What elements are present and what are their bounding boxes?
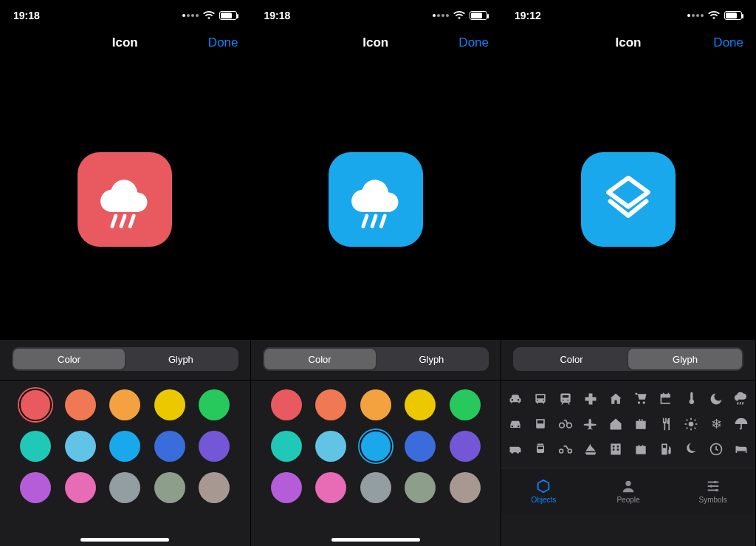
glyph-grid: ❄ (501, 381, 755, 468)
color-orange[interactable] (65, 389, 96, 420)
glyph-bus[interactable] (529, 388, 551, 410)
cloud-rain-icon (347, 171, 405, 228)
color-slate[interactable] (109, 472, 140, 503)
glyph-bed[interactable] (730, 438, 752, 460)
wifi-icon (453, 10, 465, 21)
color-green[interactable] (450, 389, 481, 420)
segment-glyph[interactable]: Glyph (125, 349, 236, 369)
color-taupe[interactable] (450, 472, 481, 503)
glyph-snowflake[interactable]: ❄ (705, 413, 727, 435)
glyph-weather[interactable] (730, 388, 752, 410)
color-pink[interactable] (315, 472, 346, 503)
segment-glyph[interactable]: Glyph (376, 349, 487, 369)
glyph-car[interactable] (504, 388, 526, 410)
glyph-motorcycle[interactable] (554, 438, 577, 460)
color-purple[interactable] (450, 431, 481, 462)
app-icon-preview (581, 152, 676, 247)
svg-line-11 (687, 420, 688, 421)
done-button[interactable]: Done (458, 35, 489, 50)
svg-point-17 (714, 481, 717, 484)
app-icon-preview (329, 152, 423, 247)
glyph-building[interactable] (605, 438, 627, 460)
segment-color[interactable]: Color (515, 349, 628, 369)
color-blue[interactable] (360, 431, 391, 462)
cube-icon (535, 478, 551, 494)
glyph-briefcase[interactable] (630, 413, 652, 435)
svg-line-13 (687, 428, 688, 429)
phone-screen-3: 19:12 Icon Done Color Glyph (501, 0, 756, 546)
color-indigo[interactable] (154, 431, 185, 462)
color-indigo[interactable] (405, 431, 436, 462)
glyph-bicycle[interactable] (554, 413, 577, 435)
wifi-icon (708, 10, 720, 21)
color-sage[interactable] (405, 472, 436, 503)
glyph-utensils[interactable] (655, 413, 677, 435)
page-title: Icon (362, 35, 388, 50)
glyph-moon[interactable] (705, 388, 727, 410)
glyph-plus-medical[interactable] (580, 388, 602, 410)
glyph-moon-crescent[interactable] (680, 438, 702, 460)
glyph-clock[interactable] (705, 438, 727, 460)
glyph-gas-pump[interactable] (655, 438, 677, 460)
glyph-cart[interactable] (630, 388, 652, 410)
color-pink[interactable] (65, 472, 96, 503)
glyph-calendar[interactable] (655, 388, 677, 410)
color-yellow[interactable] (405, 389, 436, 420)
svg-point-6 (689, 422, 694, 427)
segment-color[interactable]: Color (13, 349, 125, 369)
segmented-control[interactable]: Color Glyph (513, 347, 743, 371)
color-orange[interactable] (315, 389, 346, 420)
glyph-shuttle[interactable] (504, 438, 526, 460)
done-button[interactable]: Done (713, 35, 743, 50)
home-indicator[interactable] (331, 538, 420, 542)
tab-symbols[interactable]: Symbols (670, 468, 755, 513)
glyph-bus-alt[interactable] (529, 413, 551, 435)
color-taupe[interactable] (199, 472, 230, 503)
tab-people-label: People (616, 496, 639, 504)
segment-color[interactable]: Color (264, 349, 376, 369)
color-grid (0, 381, 250, 518)
color-blue[interactable] (109, 431, 140, 462)
glyph-train[interactable] (554, 388, 577, 410)
icon-preview (251, 59, 501, 340)
color-violet[interactable] (20, 472, 51, 503)
home-indicator[interactable] (80, 538, 169, 542)
glyph-sailboat[interactable] (580, 438, 602, 460)
color-green[interactable] (199, 389, 230, 420)
segment-glyph[interactable]: Glyph (628, 349, 742, 369)
tab-objects[interactable]: Objects (501, 468, 586, 513)
glyph-plane[interactable] (580, 413, 602, 435)
icon-preview (0, 59, 250, 340)
color-sky[interactable] (315, 431, 346, 462)
color-violet[interactable] (271, 472, 302, 503)
glyph-sun[interactable] (680, 413, 702, 435)
glyph-umbrella[interactable] (730, 413, 752, 435)
tab-people[interactable]: People (586, 468, 671, 513)
battery-icon (724, 11, 742, 20)
app-icon-preview (78, 152, 172, 247)
color-purple[interactable] (199, 431, 230, 462)
color-amber[interactable] (360, 389, 391, 420)
color-red[interactable] (271, 389, 302, 420)
glyph-thermometer[interactable] (680, 388, 702, 410)
glyph-tram[interactable] (529, 438, 551, 460)
svg-point-16 (625, 481, 630, 486)
shortcut-layers-icon (599, 171, 657, 228)
segmented-control[interactable]: Color Glyph (263, 347, 489, 371)
color-yellow[interactable] (154, 389, 185, 420)
color-sage[interactable] (154, 472, 185, 503)
color-teal[interactable] (271, 431, 302, 462)
color-amber[interactable] (109, 389, 140, 420)
glyph-car-alt[interactable] (504, 413, 526, 435)
glyph-home[interactable] (605, 388, 627, 410)
color-red[interactable] (20, 389, 51, 420)
glyph-house[interactable] (605, 413, 627, 435)
color-slate[interactable] (360, 472, 391, 503)
color-teal[interactable] (20, 431, 51, 462)
glyph-suitcase[interactable] (630, 438, 652, 460)
segmented-control[interactable]: Color Glyph (12, 347, 238, 371)
svg-line-2 (131, 216, 134, 227)
color-sky[interactable] (65, 431, 96, 462)
done-button[interactable]: Done (208, 35, 238, 50)
phone-screen-2: 19:18 Icon Done Color Glyph (251, 0, 502, 546)
